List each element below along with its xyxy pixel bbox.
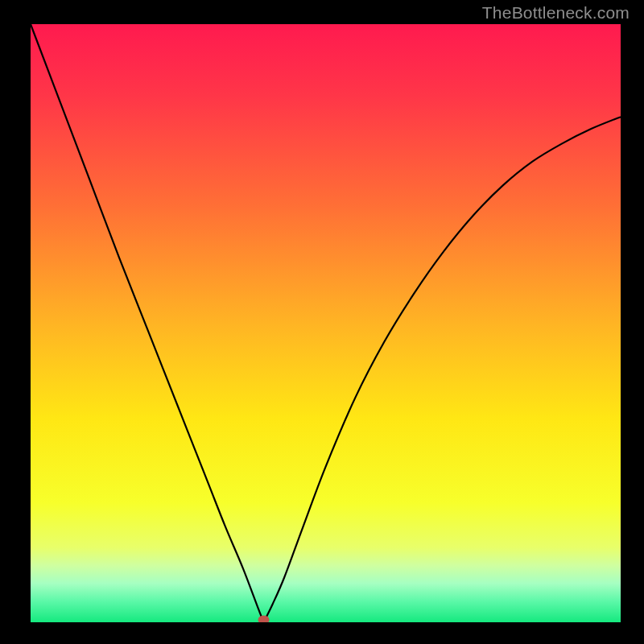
plot-background xyxy=(31,24,621,622)
border-bottom xyxy=(0,622,644,644)
watermark-text: TheBottleneck.com xyxy=(482,3,630,23)
chart-frame: TheBottleneck.com xyxy=(0,0,644,644)
border-left xyxy=(0,0,31,644)
chart-svg xyxy=(0,0,644,644)
border-right xyxy=(621,0,644,644)
